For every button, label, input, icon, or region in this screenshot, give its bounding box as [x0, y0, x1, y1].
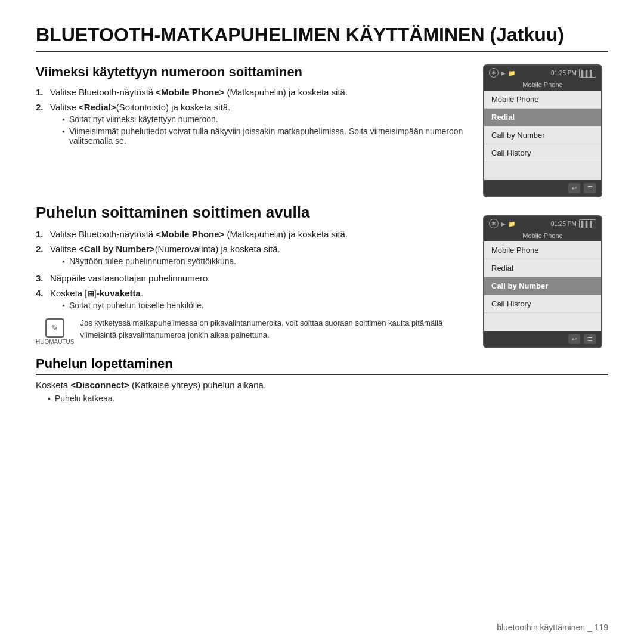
note-icon: ✎: [45, 318, 64, 338]
screen2-title: Mobile Phone: [484, 231, 601, 242]
section2-bullets-step4: Soitat nyt puhelun toiselle henkilölle.: [50, 301, 204, 310]
back-btn[interactable]: ↩: [568, 183, 580, 193]
section1-steps: 1. Valitse Bluetooth-näytöstä <Mobile Ph…: [36, 87, 465, 148]
section2-title: Puhelun soittaminen soittimen avulla: [36, 203, 465, 222]
screen2-time: 01:25 PM: [551, 221, 577, 227]
step-num: 1.: [36, 87, 47, 97]
section3: Puhelun lopettaminen Kosketa <Disconnect…: [36, 356, 608, 403]
menu-spacer: [484, 162, 601, 180]
section2-wrapper: Puhelun soittaminen soittimen avulla 1. …: [36, 203, 608, 350]
s2-menu-item-callhistory[interactable]: Call History: [484, 295, 601, 313]
section3-bold: <Disconnect>: [70, 380, 129, 390]
section1-bullets: Soitat nyt viimeksi käytettyyn numeroon.…: [50, 114, 465, 145]
step2-4-text: Kosketa [⊞]-kuvaketta.: [50, 288, 143, 298]
screen2: ✱ ▶ 📁 01:25 PM ▌▌▌ Mobile Phone Mobile P…: [483, 215, 602, 348]
step-num: 2.: [36, 244, 47, 268]
step2-1: 1. Valitse Bluetooth-näytöstä <Mobile Ph…: [36, 229, 465, 239]
step2-4: 4. Kosketa [⊞]-kuvaketta. Soitat nyt puh…: [36, 288, 465, 312]
screen1-time: 01:25 PM: [551, 70, 577, 76]
step1-1-text: Valitse Bluetooth-näytöstä <Mobile Phone…: [50, 87, 348, 97]
footer-note: bluetoothin käyttäminen _ 119: [497, 623, 608, 632]
menu-item-1[interactable]: Mobile Phone: [484, 91, 601, 109]
screen1-footer: ↩ ☰: [484, 180, 601, 196]
section2-steps: 1. Valitse Bluetooth-näytöstä <Mobile Ph…: [36, 229, 465, 312]
bluetooth-icon2: ✱: [489, 219, 499, 228]
screen2-header: ✱ ▶ 📁 01:25 PM ▌▌▌: [484, 216, 601, 231]
s2-back-btn[interactable]: ↩: [568, 334, 580, 344]
section1-wrapper: Viimeksi käytettyyn numeroon soittaminen…: [36, 64, 608, 197]
play-icon2: ▶: [501, 221, 506, 227]
step2-2: 2. Valitse <Call by Number>(Numerovalint…: [36, 244, 465, 268]
section3-bullet1: Puhelu katkeaa.: [48, 394, 608, 403]
step1-2: 2. Valitse <Redial>(Soitontoisto) ja kos…: [36, 102, 465, 148]
screen1: ✱ ▶ 📁 01:25 PM ▌▌▌ Mobile Phone Mobile P…: [483, 64, 602, 197]
bullet1: Soitat nyt viimeksi käytettyyn numeroon.: [62, 114, 465, 124]
step2-3-text: Näppäile vastaanottajan puhelinnumero.: [50, 273, 210, 283]
screen1-header-left: ✱ ▶ 📁: [489, 68, 515, 78]
menu-item-callhistory[interactable]: Call History: [484, 144, 601, 162]
bullet4-1: Soitat nyt puhelun toiselle henkilölle.: [62, 301, 204, 310]
section1-title: Viimeksi käytettyyn numeroon soittaminen: [36, 64, 465, 80]
play-icon: ▶: [501, 70, 506, 76]
menu-item-callbynumber[interactable]: Call by Number: [484, 126, 601, 144]
note-content: Jos kytketyssä matkapuhelimessa on pikav…: [80, 317, 465, 340]
spacer: [483, 203, 608, 215]
step1-2-text: Valitse <Redial>(Soitontoisto) ja kosket…: [50, 102, 230, 112]
section3-bullets: Puhelu katkeaa.: [36, 394, 608, 403]
step-num: 2.: [36, 102, 47, 148]
menu-btn[interactable]: ☰: [584, 183, 596, 193]
note-label: HUOMAUTUS: [36, 339, 74, 345]
page: BLUETOOTH-MATKAPUHELIMEN KÄYTTÄMINEN (Ja…: [0, 0, 644, 644]
s2-menu-spacer: [484, 313, 601, 331]
screen2-footer: ↩ ☰: [484, 331, 601, 347]
screen1-header: ✱ ▶ 📁 01:25 PM ▌▌▌: [484, 66, 601, 80]
screen1-title: Mobile Phone: [484, 80, 601, 91]
step2-1-text: Valitse Bluetooth-näytöstä <Mobile Phone…: [50, 229, 348, 239]
s2-menu-btn[interactable]: ☰: [584, 334, 596, 344]
section2-right: ✱ ▶ 📁 01:25 PM ▌▌▌ Mobile Phone Mobile P…: [483, 203, 608, 350]
screen2-header-right: 01:25 PM ▌▌▌: [551, 219, 596, 228]
note-icon-wrapper: ✎ HUOMAUTUS: [36, 317, 74, 345]
note-area: ✎ HUOMAUTUS Jos kytketyssä matkapuhelime…: [36, 317, 465, 345]
battery-icon2: ▌▌▌: [579, 219, 596, 228]
section3-title: Puhelun lopettaminen: [36, 356, 608, 375]
step2-4-icon: ⊞: [88, 289, 94, 298]
step-num: 4.: [36, 288, 47, 312]
bullet2: Viimeisimmät puhelutiedot voivat tulla n…: [62, 126, 465, 145]
section3-text: Kosketa <Disconnect> (Katkaise yhteys) p…: [36, 380, 608, 390]
folder-icon2: 📁: [508, 221, 515, 227]
s2-menu-item-1[interactable]: Mobile Phone: [484, 242, 601, 259]
step2-2-text: Valitse <Call by Number>(Numerovalinta) …: [50, 244, 280, 254]
bluetooth-icon: ✱: [489, 68, 499, 78]
step2-2-bold: <Call by Number>: [79, 244, 155, 254]
step2-3: 3. Näppäile vastaanottajan puhelinnumero…: [36, 273, 465, 283]
step2-2-content: Valitse <Call by Number>(Numerovalinta) …: [50, 244, 280, 268]
step-num: 1.: [36, 229, 47, 239]
step-num: 3.: [36, 273, 47, 283]
bullet2-1: Näyttöön tulee puhelinnumeron syöttöikku…: [62, 256, 280, 266]
screen1-menu: Mobile Phone Redial Call by Number Call …: [484, 91, 601, 180]
step2-4-content: Kosketa [⊞]-kuvaketta. Soitat nyt puhelu…: [50, 288, 204, 312]
screen2-header-left: ✱ ▶ 📁: [489, 219, 515, 228]
section2-left: Puhelun soittaminen soittimen avulla 1. …: [36, 203, 465, 350]
folder-icon: 📁: [508, 70, 515, 76]
step1-2-content: Valitse <Redial>(Soitontoisto) ja kosket…: [50, 102, 465, 148]
main-title: BLUETOOTH-MATKAPUHELIMEN KÄYTTÄMINEN (Ja…: [36, 24, 608, 52]
section1-left: Viimeksi käytettyyn numeroon soittaminen…: [36, 64, 465, 197]
section2-bullets-step2: Näyttöön tulee puhelinnumeron syöttöikku…: [50, 256, 280, 266]
menu-item-redial[interactable]: Redial: [484, 109, 601, 126]
step1-1: 1. Valitse Bluetooth-näytöstä <Mobile Ph…: [36, 87, 465, 97]
step1-2-bold: <Redial>: [79, 102, 116, 112]
screen1-header-right: 01:25 PM ▌▌▌: [551, 69, 596, 78]
screen2-menu: Mobile Phone Redial Call by Number Call …: [484, 242, 601, 331]
step2-1-bold: <Mobile Phone>: [156, 229, 224, 239]
section1-right: ✱ ▶ 📁 01:25 PM ▌▌▌ Mobile Phone Mobile P…: [483, 64, 608, 197]
s2-menu-item-callbynumber[interactable]: Call by Number: [484, 277, 601, 295]
step1-1-bold: <Mobile Phone>: [156, 87, 224, 97]
battery-icon: ▌▌▌: [579, 69, 596, 78]
s2-menu-item-redial[interactable]: Redial: [484, 259, 601, 277]
